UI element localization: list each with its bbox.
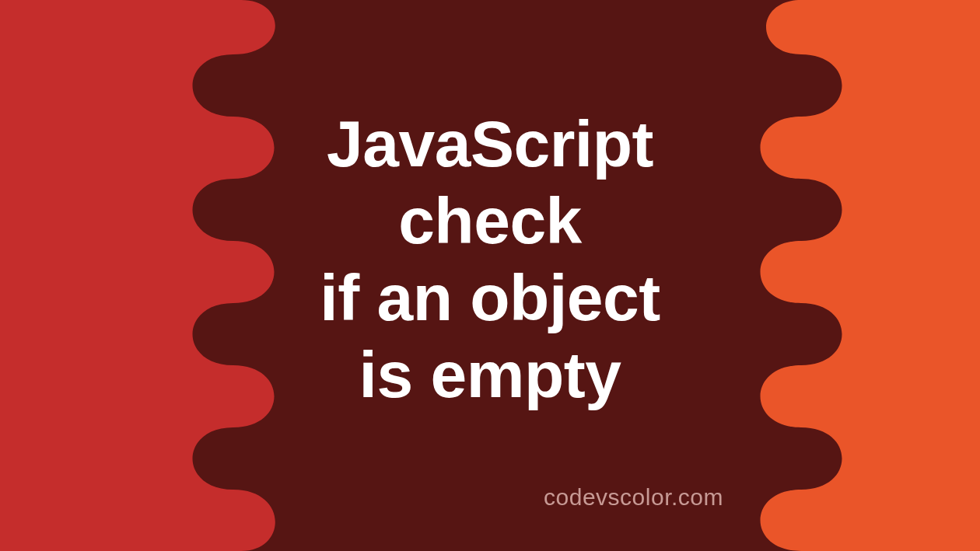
title-line-3: if an object: [0, 260, 980, 337]
banner-title: JavaScript check if an object is empty: [0, 106, 980, 413]
title-line-1: JavaScript: [0, 106, 980, 183]
title-line-4: is empty: [0, 337, 980, 413]
banner-canvas: JavaScript check if an object is empty c…: [0, 0, 980, 551]
title-line-2: check: [0, 183, 980, 260]
watermark-text: codevscolor.com: [544, 484, 723, 511]
